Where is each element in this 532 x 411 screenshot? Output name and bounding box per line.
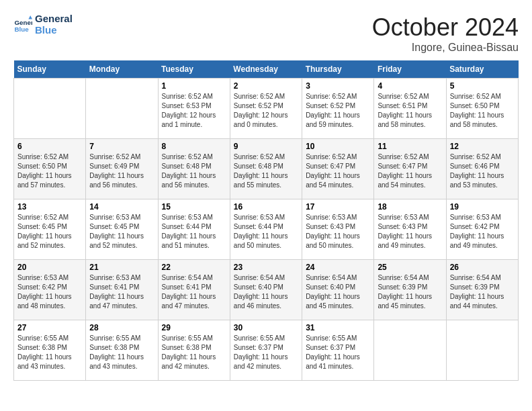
calendar-subtitle: Ingore, Guinea-Bissau <box>372 42 519 54</box>
title-area: October 2024 Ingore, Guinea-Bissau <box>372 13 519 54</box>
day-info: Sunrise: 6:52 AMSunset: 6:46 PMDaylight:… <box>450 152 515 190</box>
calendar-cell: 2Sunrise: 6:52 AMSunset: 6:52 PMDaylight… <box>230 79 302 139</box>
day-number: 7 <box>89 142 154 151</box>
day-info: Sunrise: 6:54 AMSunset: 6:41 PMDaylight:… <box>162 273 226 311</box>
day-header-monday: Monday <box>86 60 158 79</box>
day-info: Sunrise: 6:53 AMSunset: 6:44 PMDaylight:… <box>162 213 226 250</box>
calendar-cell: 11Sunrise: 6:52 AMSunset: 6:47 PMDayligh… <box>374 139 446 199</box>
calendar-cell: 10Sunrise: 6:52 AMSunset: 6:47 PMDayligh… <box>302 139 374 199</box>
calendar-cell: 5Sunrise: 6:52 AMSunset: 6:50 PMDaylight… <box>446 79 518 139</box>
calendar-cell: 15Sunrise: 6:53 AMSunset: 6:44 PMDayligh… <box>158 199 230 260</box>
day-info: Sunrise: 6:53 AMSunset: 6:43 PMDaylight:… <box>378 213 442 250</box>
calendar-cell: 21Sunrise: 6:53 AMSunset: 6:41 PMDayligh… <box>86 260 158 320</box>
day-info: Sunrise: 6:53 AMSunset: 6:44 PMDaylight:… <box>234 213 298 250</box>
calendar-week-4: 20Sunrise: 6:53 AMSunset: 6:42 PMDayligh… <box>14 260 519 320</box>
calendar-cell <box>14 79 86 139</box>
day-info: Sunrise: 6:52 AMSunset: 6:53 PMDaylight:… <box>162 92 226 130</box>
calendar-cell: 14Sunrise: 6:53 AMSunset: 6:45 PMDayligh… <box>86 199 158 260</box>
day-number: 21 <box>89 263 154 272</box>
day-info: Sunrise: 6:55 AMSunset: 6:38 PMDaylight:… <box>162 334 226 371</box>
day-header-friday: Friday <box>374 60 446 79</box>
day-header-tuesday: Tuesday <box>158 60 230 79</box>
calendar-cell: 3Sunrise: 6:52 AMSunset: 6:52 PMDaylight… <box>302 79 374 139</box>
calendar-cell <box>374 320 446 381</box>
calendar-cell: 28Sunrise: 6:55 AMSunset: 6:38 PMDayligh… <box>86 320 158 381</box>
day-number: 13 <box>17 202 82 212</box>
day-header-wednesday: Wednesday <box>230 60 302 79</box>
day-number: 16 <box>234 202 298 212</box>
day-info: Sunrise: 6:55 AMSunset: 6:38 PMDaylight:… <box>89 334 154 371</box>
calendar-cell: 16Sunrise: 6:53 AMSunset: 6:44 PMDayligh… <box>230 199 302 260</box>
day-header-sunday: Sunday <box>14 60 86 79</box>
calendar-cell: 30Sunrise: 6:55 AMSunset: 6:37 PMDayligh… <box>230 320 302 381</box>
calendar-cell: 26Sunrise: 6:54 AMSunset: 6:39 PMDayligh… <box>446 260 518 320</box>
logo-icon: General Blue <box>13 15 32 34</box>
day-number: 15 <box>162 202 226 212</box>
day-info: Sunrise: 6:55 AMSunset: 6:38 PMDaylight:… <box>17 334 82 371</box>
day-number: 4 <box>378 81 442 91</box>
day-number: 26 <box>450 263 515 272</box>
day-number: 1 <box>162 81 226 91</box>
day-info: Sunrise: 6:52 AMSunset: 6:52 PMDaylight:… <box>234 92 298 130</box>
logo: General Blue General Blue <box>13 13 73 36</box>
day-info: Sunrise: 6:53 AMSunset: 6:42 PMDaylight:… <box>450 213 515 250</box>
calendar-cell <box>86 79 158 139</box>
calendar-cell: 27Sunrise: 6:55 AMSunset: 6:38 PMDayligh… <box>14 320 86 381</box>
header: General Blue General Blue October 2024 I… <box>13 13 519 54</box>
calendar-cell: 29Sunrise: 6:55 AMSunset: 6:38 PMDayligh… <box>158 320 230 381</box>
day-info: Sunrise: 6:54 AMSunset: 6:40 PMDaylight:… <box>234 273 298 311</box>
calendar-week-3: 13Sunrise: 6:52 AMSunset: 6:45 PMDayligh… <box>14 199 519 260</box>
calendar-cell: 1Sunrise: 6:52 AMSunset: 6:53 PMDaylight… <box>158 79 230 139</box>
day-info: Sunrise: 6:52 AMSunset: 6:47 PMDaylight:… <box>306 152 370 190</box>
calendar-cell: 8Sunrise: 6:52 AMSunset: 6:48 PMDaylight… <box>158 139 230 199</box>
calendar-week-1: 1Sunrise: 6:52 AMSunset: 6:53 PMDaylight… <box>14 79 519 139</box>
day-number: 9 <box>234 142 298 151</box>
day-info: Sunrise: 6:52 AMSunset: 6:50 PMDaylight:… <box>17 152 82 190</box>
calendar-cell: 18Sunrise: 6:53 AMSunset: 6:43 PMDayligh… <box>374 199 446 260</box>
day-info: Sunrise: 6:53 AMSunset: 6:41 PMDaylight:… <box>89 273 154 311</box>
calendar-table: SundayMondayTuesdayWednesdayThursdayFrid… <box>13 60 519 381</box>
day-info: Sunrise: 6:55 AMSunset: 6:37 PMDaylight:… <box>306 334 370 371</box>
day-number: 25 <box>378 263 442 272</box>
day-number: 5 <box>450 81 515 91</box>
day-number: 28 <box>89 323 154 332</box>
day-number: 22 <box>162 263 226 272</box>
day-number: 11 <box>378 142 442 151</box>
day-info: Sunrise: 6:52 AMSunset: 6:50 PMDaylight:… <box>450 92 515 130</box>
day-number: 2 <box>234 81 298 91</box>
day-number: 30 <box>234 323 298 332</box>
day-info: Sunrise: 6:52 AMSunset: 6:49 PMDaylight:… <box>89 152 154 190</box>
calendar-cell: 13Sunrise: 6:52 AMSunset: 6:45 PMDayligh… <box>14 199 86 260</box>
day-info: Sunrise: 6:52 AMSunset: 6:51 PMDaylight:… <box>378 92 442 130</box>
day-info: Sunrise: 6:55 AMSunset: 6:37 PMDaylight:… <box>234 334 298 371</box>
calendar-cell: 9Sunrise: 6:52 AMSunset: 6:48 PMDaylight… <box>230 139 302 199</box>
day-number: 6 <box>17 142 82 151</box>
day-number: 29 <box>162 323 226 332</box>
calendar-cell: 23Sunrise: 6:54 AMSunset: 6:40 PMDayligh… <box>230 260 302 320</box>
calendar-cell: 12Sunrise: 6:52 AMSunset: 6:46 PMDayligh… <box>446 139 518 199</box>
calendar-week-5: 27Sunrise: 6:55 AMSunset: 6:38 PMDayligh… <box>14 320 519 381</box>
calendar-cell: 17Sunrise: 6:53 AMSunset: 6:43 PMDayligh… <box>302 199 374 260</box>
day-info: Sunrise: 6:52 AMSunset: 6:47 PMDaylight:… <box>378 152 442 190</box>
day-number: 14 <box>89 202 154 212</box>
day-number: 24 <box>306 263 370 272</box>
day-info: Sunrise: 6:54 AMSunset: 6:39 PMDaylight:… <box>450 273 515 311</box>
calendar-cell: 31Sunrise: 6:55 AMSunset: 6:37 PMDayligh… <box>302 320 374 381</box>
day-number: 23 <box>234 263 298 272</box>
day-number: 31 <box>306 323 370 332</box>
calendar-cell <box>446 320 518 381</box>
day-number: 20 <box>17 263 82 272</box>
calendar-cell: 24Sunrise: 6:54 AMSunset: 6:40 PMDayligh… <box>302 260 374 320</box>
day-info: Sunrise: 6:53 AMSunset: 6:42 PMDaylight:… <box>17 273 82 311</box>
svg-marker-2 <box>28 15 32 19</box>
day-info: Sunrise: 6:53 AMSunset: 6:43 PMDaylight:… <box>306 213 370 250</box>
day-number: 18 <box>378 202 442 212</box>
day-info: Sunrise: 6:54 AMSunset: 6:40 PMDaylight:… <box>306 273 370 311</box>
day-info: Sunrise: 6:52 AMSunset: 6:48 PMDaylight:… <box>234 152 298 190</box>
day-header-thursday: Thursday <box>302 60 374 79</box>
day-info: Sunrise: 6:52 AMSunset: 6:48 PMDaylight:… <box>162 152 226 190</box>
calendar-header-row: SundayMondayTuesdayWednesdayThursdayFrid… <box>14 60 519 79</box>
calendar-cell: 20Sunrise: 6:53 AMSunset: 6:42 PMDayligh… <box>14 260 86 320</box>
day-number: 3 <box>306 81 370 91</box>
calendar-cell: 4Sunrise: 6:52 AMSunset: 6:51 PMDaylight… <box>374 79 446 139</box>
